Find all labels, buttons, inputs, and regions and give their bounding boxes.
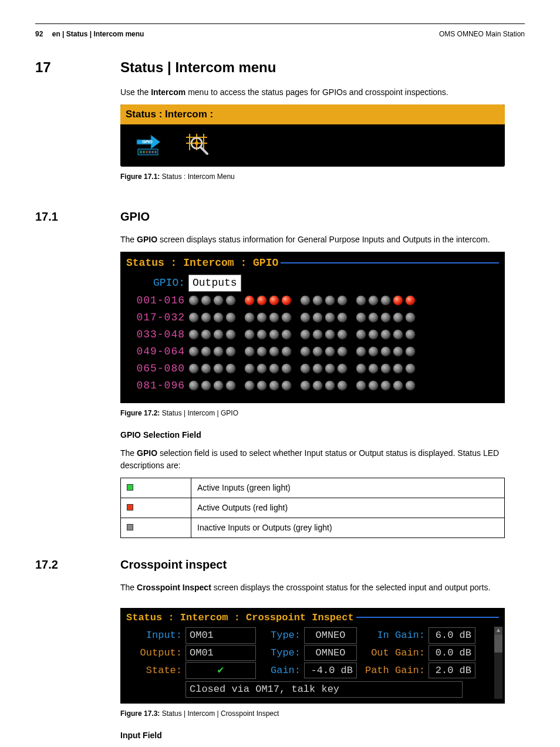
table-row: Active Inputs (green light) bbox=[121, 478, 505, 498]
gpio-led bbox=[300, 329, 311, 340]
crosspoint-inspect-icon[interactable] bbox=[185, 131, 211, 157]
gpio-led bbox=[281, 346, 292, 357]
figure-17-2: Status : Intercom : GPIO GPIO: Outputs 0… bbox=[120, 252, 505, 403]
path-gain-value: 2.0 dB bbox=[429, 663, 475, 679]
gpio-led bbox=[257, 380, 267, 391]
gpio-led bbox=[225, 346, 236, 357]
gpio-led-strip bbox=[188, 329, 416, 340]
gpio-led bbox=[244, 329, 255, 340]
gpio-led bbox=[368, 295, 379, 306]
gpio-led bbox=[281, 312, 292, 323]
gpio-led bbox=[244, 346, 255, 357]
gpio-range-label: 049-064 bbox=[126, 344, 185, 360]
gpio-led bbox=[325, 380, 335, 391]
gpio-led bbox=[337, 380, 348, 391]
svg-point-15 bbox=[195, 141, 198, 145]
gpio-led-strip bbox=[188, 380, 416, 391]
gpio-led bbox=[188, 329, 199, 340]
gpio-led bbox=[405, 312, 416, 323]
gpio-led bbox=[356, 312, 366, 323]
gpio-led bbox=[225, 295, 236, 306]
scroll-thumb[interactable] bbox=[494, 635, 502, 653]
gpio-led bbox=[244, 363, 255, 374]
gpio-led bbox=[325, 363, 335, 374]
led-description: Active Inputs (green light) bbox=[191, 478, 505, 498]
input-label: Input: bbox=[126, 628, 182, 643]
output-value[interactable]: OM01 bbox=[185, 645, 256, 661]
gpio-led bbox=[356, 346, 366, 357]
gpio-led bbox=[337, 329, 348, 340]
gpio-range-label: 033-048 bbox=[126, 327, 185, 343]
gpio-led bbox=[201, 329, 211, 340]
figure-17-3-title: Status : Intercom : Crosspoint Inspect bbox=[126, 610, 354, 626]
title-line bbox=[356, 617, 499, 618]
type-label-1: Type: bbox=[259, 628, 301, 643]
gpio-led bbox=[188, 363, 199, 374]
gpio-led bbox=[213, 312, 224, 323]
gpio-led bbox=[201, 295, 211, 306]
gpio-led bbox=[380, 329, 391, 340]
gpio-row: 017-032 bbox=[126, 310, 499, 326]
gpio-led bbox=[405, 329, 416, 340]
gpio-led bbox=[300, 380, 311, 391]
gpio-led bbox=[201, 312, 211, 323]
output-label: Output: bbox=[126, 645, 182, 661]
section-17-2-p1: The Crosspoint Inspect screen displays t… bbox=[120, 582, 525, 594]
gpio-range-label: 001-016 bbox=[126, 293, 185, 309]
gpio-field-label: GPIO: bbox=[126, 275, 185, 291]
gpio-led-strip bbox=[188, 346, 416, 357]
gpio-led bbox=[368, 380, 379, 391]
gpio-led bbox=[269, 329, 279, 340]
input-value[interactable]: OM01 bbox=[185, 627, 256, 644]
gpio-row: 033-048 bbox=[126, 327, 499, 343]
figure-17-1-titlebar: Status : Intercom : bbox=[120, 104, 505, 124]
gpio-led bbox=[312, 312, 323, 323]
gpio-led bbox=[257, 346, 267, 357]
gpio-led bbox=[213, 380, 224, 391]
state-label: State: bbox=[126, 663, 182, 678]
gpio-led bbox=[393, 380, 403, 391]
type-label-2: Type: bbox=[259, 645, 301, 661]
gain-value: -4.0 dB bbox=[304, 663, 357, 679]
page-number: 92 bbox=[35, 30, 43, 38]
section-17-intro: Use the Intercom menu to access the stat… bbox=[120, 86, 525, 99]
gpio-led bbox=[405, 295, 416, 306]
gpio-led bbox=[405, 346, 416, 357]
figure-17-3-caption: Figure 17.3: Status | Intercom | Crosspo… bbox=[120, 708, 525, 719]
scrollbar[interactable]: ▲ bbox=[494, 627, 502, 699]
gpio-led bbox=[380, 380, 391, 391]
figure-17-1: Status : Intercom : GPIO bbox=[120, 104, 505, 167]
gpio-select[interactable]: Outputs bbox=[188, 275, 241, 292]
product-name: OMS OMNEO Main Station bbox=[439, 29, 525, 39]
svg-point-4 bbox=[143, 151, 145, 153]
led-description-table: Active Inputs (green light)Active Output… bbox=[120, 478, 505, 538]
gpio-led bbox=[368, 346, 379, 357]
gpio-menu-icon[interactable]: GPIO bbox=[133, 131, 161, 157]
table-row: Inactive Inputs or Outputs (grey light) bbox=[121, 518, 505, 538]
gpio-led bbox=[188, 295, 199, 306]
gpio-led bbox=[337, 363, 348, 374]
gpio-led bbox=[269, 346, 279, 357]
led-description: Inactive Inputs or Outputs (grey light) bbox=[191, 518, 505, 538]
gpio-led-strip bbox=[188, 312, 416, 323]
gpio-led bbox=[368, 363, 379, 374]
section-number-17-1: 17.1 bbox=[35, 208, 120, 556]
figure-17-1-caption: Figure 17.1: Status : Intercom Menu bbox=[120, 171, 525, 182]
section-number-17: 17 bbox=[35, 57, 120, 192]
gpio-led bbox=[225, 312, 236, 323]
gpio-led bbox=[188, 346, 199, 357]
led-swatch-red bbox=[127, 504, 133, 511]
gpio-led bbox=[356, 329, 366, 340]
gpio-led bbox=[213, 363, 224, 374]
figure-17-2-caption: Figure 17.2: Status | Intercom | GPIO bbox=[120, 408, 525, 418]
scroll-up-icon[interactable]: ▲ bbox=[494, 627, 502, 635]
gpio-led bbox=[201, 363, 211, 374]
gpio-led bbox=[244, 295, 255, 306]
led-description: Active Outputs (red light) bbox=[191, 498, 505, 518]
section-title-17-1: GPIO bbox=[120, 208, 525, 225]
gpio-led bbox=[312, 329, 323, 340]
gpio-led bbox=[257, 363, 267, 374]
gpio-row: 065-080 bbox=[126, 361, 499, 377]
gpio-led bbox=[337, 295, 348, 306]
gpio-led bbox=[337, 312, 348, 323]
